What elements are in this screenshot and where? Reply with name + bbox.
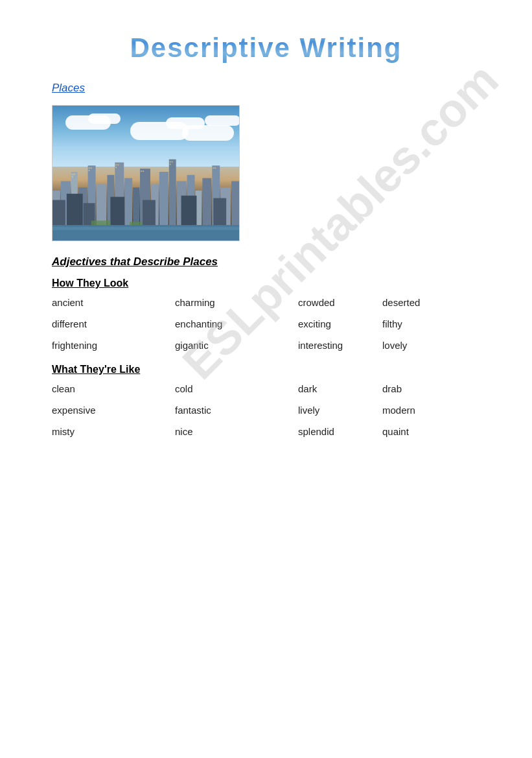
svg-rect-23 [52,200,65,225]
svg-rect-10 [124,178,132,224]
word-filthy: filthy [382,318,467,329]
svg-rect-1 [52,227,239,230]
svg-rect-19 [202,178,211,224]
word-deserted: deserted [382,297,467,308]
svg-rect-33 [89,167,90,169]
city-image [52,105,240,241]
svg-rect-15 [169,159,176,224]
word-gigantic: gigantic [175,340,298,351]
word-lively: lively [298,405,382,416]
svg-rect-44 [213,167,214,169]
svg-rect-46 [91,220,111,225]
what-theyre-like-grid: clean cold dark drab expensive fantastic… [52,383,480,437]
page-title: Descriptive Writing [52,32,480,64]
svg-rect-42 [172,161,173,162]
word-lovely: lovely [382,340,467,351]
svg-rect-40 [143,171,144,172]
svg-rect-22 [231,181,239,225]
word-splendid: splendid [298,426,382,437]
word-modern: modern [382,405,467,416]
svg-rect-7 [97,184,107,225]
svg-rect-14 [159,172,168,225]
word-drab: drab [382,383,467,394]
svg-rect-47 [130,222,143,225]
svg-rect-30 [72,174,73,175]
word-quaint: quaint [382,426,467,437]
word-interesting: interesting [298,340,382,351]
svg-rect-39 [141,171,142,172]
svg-rect-43 [170,163,171,165]
word-ancient: ancient [52,297,175,308]
svg-rect-27 [143,200,156,225]
word-dark: dark [298,383,382,394]
word-exciting: exciting [298,318,382,329]
word-different: different [52,318,175,329]
svg-rect-36 [115,164,117,165]
svg-rect-35 [89,170,90,171]
svg-rect-26 [110,196,124,224]
svg-rect-11 [133,187,139,225]
svg-rect-29 [213,198,226,225]
word-enchanting: enchanting [175,318,298,329]
svg-rect-34 [91,167,92,169]
what-theyre-like-heading: What They're Like [52,364,480,375]
svg-rect-32 [72,176,73,178]
word-cold: cold [175,383,298,394]
svg-rect-37 [117,164,119,165]
svg-rect-45 [214,167,216,169]
word-expensive: expensive [52,405,175,416]
word-clean: clean [52,383,175,394]
adjectives-heading: Adjectives that Describe Places [52,255,480,268]
word-crowded: crowded [298,297,382,308]
how-they-look-grid: ancient charming crowded deserted differ… [52,297,480,351]
svg-rect-41 [170,161,171,162]
adjectives-section: Adjectives that Describe Places How They… [52,255,480,437]
how-they-look-heading: How They Look [52,278,480,289]
word-nice: nice [175,426,298,437]
word-fantastic: fantastic [175,405,298,416]
word-misty: misty [52,426,175,437]
svg-rect-38 [115,167,117,168]
word-frightening: frightening [52,340,175,351]
svg-rect-28 [181,195,197,224]
svg-rect-31 [74,174,75,175]
places-link[interactable]: Places [52,82,480,95]
word-charming: charming [175,297,298,308]
svg-rect-24 [67,194,83,225]
